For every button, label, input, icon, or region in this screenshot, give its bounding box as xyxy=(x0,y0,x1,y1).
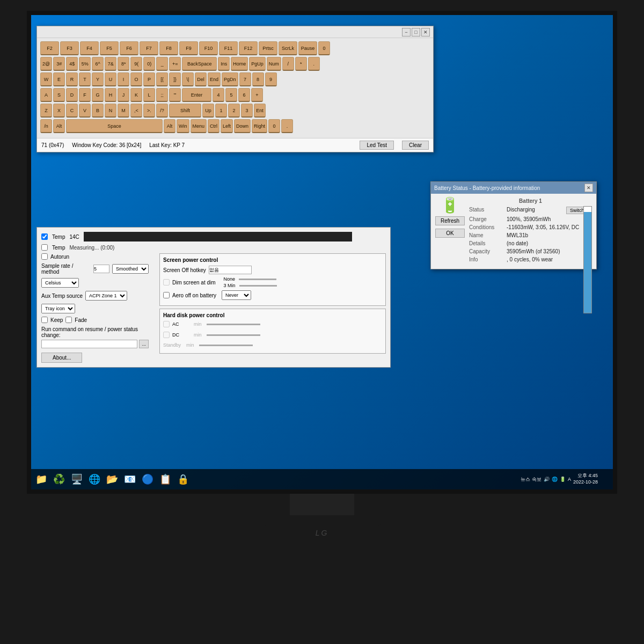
key-win[interactable]: Win xyxy=(177,119,189,133)
fade-checkbox[interactable] xyxy=(65,317,72,323)
key-num6[interactable]: 6 xyxy=(238,88,250,102)
key-ins[interactable]: Ins xyxy=(218,57,230,71)
key-m[interactable]: M xyxy=(118,104,129,118)
taskbar-files-icon[interactable]: 📂 xyxy=(104,471,120,487)
hdd-dc-slider[interactable] xyxy=(207,334,260,336)
key-left[interactable]: Left xyxy=(221,119,233,133)
key-j[interactable]: J xyxy=(118,88,129,102)
key-numplus[interactable]: + xyxy=(251,88,263,102)
key-quote[interactable]: '" xyxy=(169,88,181,102)
key-alt-right[interactable]: Alt xyxy=(164,119,175,133)
key-right[interactable]: Right xyxy=(252,119,267,133)
key-g[interactable]: G xyxy=(92,88,104,102)
celsius-select[interactable]: Celsius Fahrenheit xyxy=(41,278,79,288)
key-num1[interactable]: 1 xyxy=(215,104,227,118)
key-num2[interactable]: 2 xyxy=(228,104,240,118)
key-f8[interactable]: F8 xyxy=(159,41,178,55)
taskbar-chrome-icon[interactable]: 🔵 xyxy=(140,471,156,487)
tray-icon-select[interactable]: Tray icon xyxy=(41,304,75,313)
key-2at[interactable]: 2@ xyxy=(40,57,52,71)
key-home[interactable]: Home xyxy=(231,57,248,71)
hotkey-input[interactable] xyxy=(209,266,252,274)
key-semicolon[interactable]: ;; xyxy=(156,88,168,102)
tray-network-icon[interactable]: 🌐 xyxy=(552,477,558,482)
key-space[interactable]: Space xyxy=(66,119,163,133)
key-backspace[interactable]: BackSpace xyxy=(182,57,217,71)
taskbar-edge-icon[interactable]: 🌐 xyxy=(86,471,103,487)
taskbar-recycle-icon[interactable]: ♻️ xyxy=(51,471,67,487)
system-time[interactable]: 오후 4:45 2022-10-28 xyxy=(573,473,598,485)
key-i[interactable]: I xyxy=(118,72,129,86)
method-select[interactable]: Smoothed Raw xyxy=(112,264,149,274)
about-button[interactable]: About... xyxy=(41,353,82,363)
hdd-ac-checkbox[interactable] xyxy=(163,321,170,327)
key-num4[interactable]: 4 xyxy=(213,88,224,102)
key-underscore[interactable]: _ xyxy=(156,57,168,71)
key-ctrl[interactable]: Ctrl xyxy=(208,119,219,133)
key-8star[interactable]: 8* xyxy=(118,57,129,71)
tray-sound-icon[interactable]: 🔊 xyxy=(544,477,550,482)
key-n[interactable]: N xyxy=(105,104,116,118)
key-num7[interactable]: 7 xyxy=(239,72,251,86)
key-numpad-0-top[interactable]: 0 xyxy=(318,41,330,55)
key-numdot[interactable]: . xyxy=(308,57,320,71)
key-ent[interactable]: Ent xyxy=(254,104,266,118)
none-slider[interactable] xyxy=(239,279,276,280)
dim-checkbox[interactable] xyxy=(163,279,170,286)
key-numslash[interactable]: / xyxy=(282,57,294,71)
key-e[interactable]: E xyxy=(53,72,65,86)
key-6caret[interactable]: 6^ xyxy=(92,57,104,71)
key-f4[interactable]: F4 xyxy=(80,41,99,55)
key-menu[interactable]: Menu xyxy=(191,119,207,133)
aero-select[interactable]: Never Always xyxy=(222,290,251,300)
taskbar-folder-icon[interactable]: 📁 xyxy=(33,471,49,487)
key-x[interactable]: X xyxy=(53,104,65,118)
tray-battery-tray-icon[interactable]: 🔋 xyxy=(560,477,566,482)
key-scrlk[interactable]: ScrLk xyxy=(279,41,297,55)
show-desktop-button[interactable] xyxy=(600,471,611,487)
led-test-button[interactable]: Led Test xyxy=(360,141,394,150)
key-down[interactable]: Down xyxy=(234,119,251,133)
hdd-ac-slider[interactable] xyxy=(207,324,260,325)
aero-checkbox[interactable] xyxy=(163,292,170,298)
run-command-input[interactable] xyxy=(41,340,137,348)
key-fn[interactable]: /n xyxy=(40,119,52,133)
key-f[interactable]: F xyxy=(79,88,91,102)
key-7amp[interactable]: 7& xyxy=(105,57,116,71)
key-a[interactable]: A xyxy=(40,88,52,102)
key-z[interactable]: Z xyxy=(40,104,52,118)
key-o[interactable]: O xyxy=(130,72,142,86)
maximize-button[interactable]: □ xyxy=(412,28,420,36)
taskbar-computer-icon[interactable]: 🖥️ xyxy=(69,471,85,487)
battery-ok-button[interactable]: OK xyxy=(435,229,465,238)
temp2-checkbox[interactable] xyxy=(41,244,48,251)
key-0paren[interactable]: 0) xyxy=(143,57,155,71)
key-shift[interactable]: Shift xyxy=(169,104,201,118)
clear-button[interactable]: Clear xyxy=(402,141,429,150)
taskbar-app2-icon[interactable]: 🔒 xyxy=(175,471,191,487)
key-pluseq[interactable]: += xyxy=(169,57,181,71)
key-d[interactable]: D xyxy=(66,88,78,102)
key-pause[interactable]: Pause xyxy=(298,41,317,55)
key-r[interactable]: R xyxy=(66,72,78,86)
key-p[interactable]: P xyxy=(143,72,155,86)
key-end[interactable]: End xyxy=(208,72,221,86)
key-t[interactable]: T xyxy=(79,72,91,86)
key-numstar[interactable]: * xyxy=(295,57,307,71)
key-enter[interactable]: Enter xyxy=(182,88,211,102)
key-f9[interactable]: F9 xyxy=(179,41,198,55)
key-rbracket[interactable]: ]} xyxy=(169,72,181,86)
key-f7[interactable]: F7 xyxy=(140,41,158,55)
key-del[interactable]: Del xyxy=(195,72,207,86)
temp-checkbox[interactable] xyxy=(41,233,48,240)
autorun-checkbox[interactable] xyxy=(41,253,48,260)
key-pgup[interactable]: PgUp xyxy=(249,57,266,71)
close-button[interactable]: ✕ xyxy=(421,28,430,36)
key-pgdn[interactable]: PgDn xyxy=(222,72,238,86)
key-u[interactable]: U xyxy=(105,72,116,86)
key-backslash[interactable]: \| xyxy=(182,72,194,86)
key-4dollar[interactable]: 4$ xyxy=(66,57,78,71)
minimize-button[interactable]: − xyxy=(402,28,411,36)
key-prtsc[interactable]: Prtsc xyxy=(259,41,277,55)
taskbar-app1-icon[interactable]: 📋 xyxy=(157,471,173,487)
